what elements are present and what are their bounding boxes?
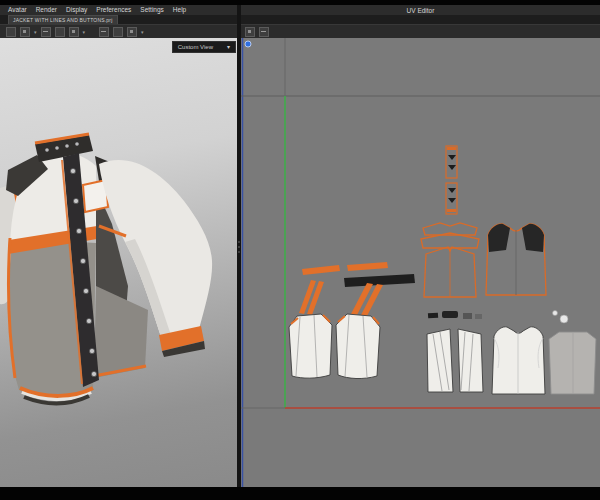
uv-piece-sleeve-left[interactable] [289, 314, 332, 378]
uv-piece-back-lining[interactable] [492, 327, 545, 394]
menu-item-display[interactable]: Display [66, 5, 87, 15]
view-selector-label: Custom View [178, 44, 213, 50]
menu-item-help[interactable]: Help [173, 5, 186, 15]
measure-tool-icon[interactable] [99, 27, 109, 37]
chevron-down-icon[interactable]: ▾ [141, 25, 144, 39]
app-root: { "menu": { "items": ["Avatar", "Render"… [0, 0, 600, 500]
main-pane: Avatar Render Display Preferences Settin… [0, 5, 237, 487]
menu-bar: Avatar Render Display Preferences Settin… [0, 5, 237, 15]
uv-edit-tool-icon[interactable] [259, 27, 269, 37]
uv-piece-button-dots[interactable] [553, 311, 569, 324]
move-tool-icon[interactable] [20, 27, 30, 37]
sewing-tool-icon[interactable] [69, 27, 79, 37]
document-tab-label: JACKET WITH LINES AND BUTTONS.prj [13, 17, 113, 23]
main-toolbar: ▾ ▾ ▾ [0, 24, 237, 38]
uv-piece-collar-bands[interactable] [421, 223, 479, 248]
view-selector[interactable]: Custom View ▾ [172, 41, 236, 53]
uv-piece-small-parts[interactable] [428, 311, 482, 319]
menu-item-settings[interactable]: Settings [140, 5, 164, 15]
uv-piece-inner-back[interactable] [549, 332, 596, 394]
uv-toolbar [241, 24, 600, 38]
document-tab-bar: JACKET WITH LINES AND BUTTONS.prj [0, 15, 237, 24]
uv-piece-back-panel[interactable] [486, 224, 546, 295]
texture-tool-icon[interactable] [113, 27, 123, 37]
chevron-down-icon[interactable]: ▾ [83, 25, 86, 39]
uv-cursor-icon[interactable] [245, 41, 251, 47]
pen-tool-icon[interactable] [41, 27, 51, 37]
menu-item-preferences[interactable]: Preferences [96, 5, 131, 15]
uv-layout [241, 38, 600, 487]
menu-item-render[interactable]: Render [36, 5, 57, 15]
select-tool-icon[interactable] [6, 27, 16, 37]
uv-piece-sleeve-right[interactable] [336, 314, 380, 379]
uv-piece-diagonal-straps[interactable] [299, 280, 383, 316]
uv-editor-tab-strip [241, 15, 600, 24]
uv-editor-header: UV Editor [241, 5, 600, 15]
uv-transform-tool-icon[interactable] [245, 27, 255, 37]
uv-editor-title: UV Editor [407, 7, 435, 14]
uv-piece-front-panels[interactable] [424, 247, 476, 297]
document-tab[interactable]: JACKET WITH LINES AND BUTTONS.prj [8, 15, 118, 24]
uv-piece-side-front-panels[interactable] [427, 329, 483, 392]
chevron-down-icon: ▾ [227, 40, 230, 54]
uv-canvas[interactable] [241, 38, 600, 487]
uv-editor-pane: UV Editor [241, 5, 600, 487]
uv-piece-button-placket[interactable] [446, 146, 457, 214]
splitter-dot [238, 251, 240, 253]
edit-pattern-icon[interactable] [55, 27, 65, 37]
chevron-down-icon[interactable]: ▾ [34, 25, 37, 39]
window-bottom-edge [0, 487, 600, 500]
menu-item-avatar[interactable]: Avatar [8, 5, 27, 15]
pin-tool-icon[interactable] [127, 27, 137, 37]
splitter-dot [238, 241, 240, 243]
jacket-3d-model [0, 38, 237, 487]
splitter-dot [238, 246, 240, 248]
viewport-3d[interactable]: Custom View ▾ [0, 38, 237, 487]
